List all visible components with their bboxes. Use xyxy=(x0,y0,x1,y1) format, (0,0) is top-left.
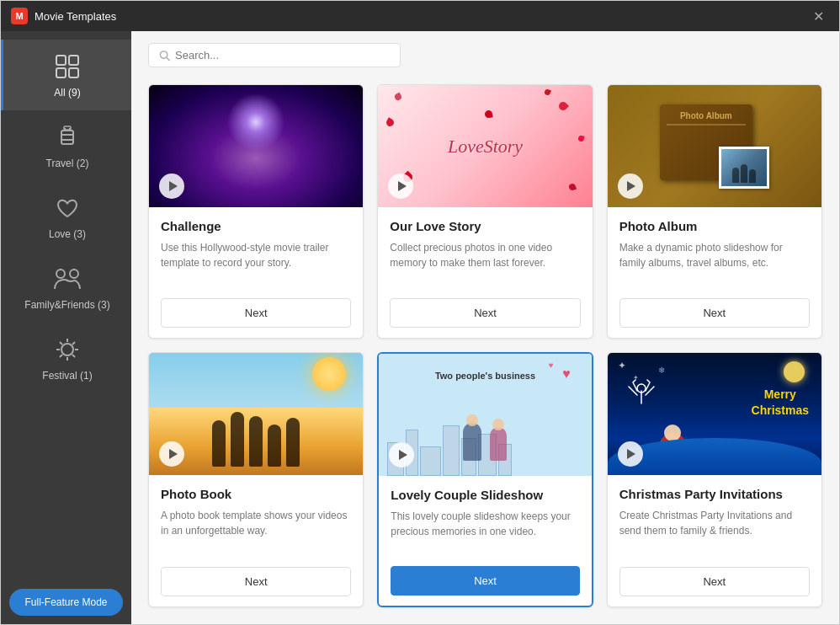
grid-icon xyxy=(52,51,82,82)
svg-rect-0 xyxy=(56,56,66,65)
card-title-challenge: Challenge xyxy=(161,219,351,233)
sidebar-love-label: Love (3) xyxy=(49,228,86,240)
template-card-coupleshow: ♥ ♥ Two people's busi xyxy=(377,352,593,608)
template-card-challenge: Challenge Use this Hollywood-style movie… xyxy=(148,84,364,339)
card-desc-christmas: Create Christmas Party Invitations and s… xyxy=(619,508,810,538)
card-body-challenge: Challenge Use this Hollywood-style movie… xyxy=(149,207,363,288)
template-card-christmas: ✦ ✦ ❄ xyxy=(607,352,822,608)
sidebar-item-all[interactable]: All (9) xyxy=(1,40,131,110)
sidebar-item-family[interactable]: Family&Friends (3) xyxy=(1,252,131,323)
family-icon xyxy=(52,264,82,294)
card-footer-photoalbum: Next xyxy=(608,288,821,338)
search-input-wrap[interactable] xyxy=(148,43,401,67)
next-button-lovestory[interactable]: Next xyxy=(390,298,580,328)
movie-templates-window: M Movie Templates ✕ All (9) xyxy=(0,0,840,625)
svg-line-20 xyxy=(72,355,75,357)
card-desc-photobook: A photo book template shows your videos … xyxy=(161,508,351,538)
window-title: Movie Templates xyxy=(35,10,808,23)
sidebar-all-label: All (9) xyxy=(54,87,80,99)
main-layout: All (9) Travel (2) xyxy=(1,31,839,624)
close-button[interactable]: ✕ xyxy=(808,7,829,26)
sidebar-travel-label: Travel (2) xyxy=(46,158,89,169)
card-title-photobook: Photo Book xyxy=(161,487,351,501)
card-footer-challenge: Next xyxy=(149,288,363,338)
card-thumb-lovestory: LoveStory xyxy=(378,85,592,207)
card-title-photoalbum: Photo Album xyxy=(619,219,810,233)
search-icon xyxy=(159,50,170,61)
sidebar-item-love[interactable]: Love (3) xyxy=(1,181,131,252)
card-body-coupleshow: Lovely Couple Slideshow This lovely coup… xyxy=(379,476,591,557)
search-bar xyxy=(131,31,839,76)
next-button-challenge[interactable]: Next xyxy=(161,298,351,328)
card-body-photoalbum: Photo Album Make a dynamic photo slidesh… xyxy=(608,207,821,288)
card-desc-coupleshow: This lovely couple slideshow keeps your … xyxy=(391,509,579,539)
content-area: Challenge Use this Hollywood-style movie… xyxy=(131,31,839,624)
card-thumb-challenge xyxy=(149,85,363,207)
card-title-lovestory: Our Love Story xyxy=(390,219,580,233)
svg-point-12 xyxy=(61,344,73,355)
template-grid: Challenge Use this Hollywood-style movie… xyxy=(131,76,839,624)
next-button-photobook[interactable]: Next xyxy=(161,567,351,596)
card-footer-coupleshow: Next xyxy=(379,556,591,606)
sidebar-item-travel[interactable]: Travel (2) xyxy=(1,110,131,181)
play-button-photobook[interactable] xyxy=(159,441,184,467)
next-button-christmas[interactable]: Next xyxy=(619,567,810,596)
play-button-coupleshow[interactable] xyxy=(389,442,414,467)
svg-point-10 xyxy=(56,270,65,278)
template-card-lovestory: LoveStory Our Love Story Collect preciou… xyxy=(377,84,593,339)
next-button-photoalbum[interactable]: Next xyxy=(619,298,810,328)
sidebar-festival-label: Festival (1) xyxy=(42,370,92,382)
card-title-christmas: Christmas Party Invitations xyxy=(619,487,810,501)
svg-line-19 xyxy=(60,355,62,357)
card-thumb-coupleshow: ♥ ♥ Two people's busi xyxy=(379,354,591,476)
card-thumb-christmas: ✦ ✦ ❄ xyxy=(608,353,821,475)
play-button-photoalbum[interactable] xyxy=(618,174,643,199)
app-icon: M xyxy=(11,8,28,24)
card-desc-challenge: Use this Hollywood-style movie trailer t… xyxy=(161,240,351,270)
template-card-photoalbum: Photo Album xyxy=(607,84,822,339)
sidebar-item-festival[interactable]: Festival (1) xyxy=(1,323,131,393)
play-button-christmas[interactable] xyxy=(618,441,643,467)
card-body-christmas: Christmas Party Invitations Create Chris… xyxy=(608,475,821,558)
card-desc-photoalbum: Make a dynamic photo slideshow for famil… xyxy=(619,240,810,270)
svg-rect-3 xyxy=(69,68,78,77)
template-card-photobook: Photo Book A photo book template shows y… xyxy=(148,352,364,608)
travel-icon xyxy=(52,122,82,152)
card-title-coupleshow: Lovely Couple Slideshow xyxy=(391,488,579,502)
festival-icon xyxy=(52,334,82,365)
sidebar: All (9) Travel (2) xyxy=(1,31,131,624)
svg-rect-1 xyxy=(69,56,78,65)
love-icon xyxy=(52,193,82,223)
card-body-photobook: Photo Book A photo book template shows y… xyxy=(149,475,363,558)
svg-rect-2 xyxy=(56,68,66,77)
card-thumb-photoalbum: Photo Album xyxy=(608,85,821,207)
card-body-lovestory: Our Love Story Collect precious photos i… xyxy=(378,207,592,288)
svg-point-11 xyxy=(70,270,78,278)
card-footer-photobook: Next xyxy=(149,557,363,606)
card-footer-christmas: Next xyxy=(608,557,821,606)
svg-rect-4 xyxy=(61,131,73,144)
sidebar-family-label: Family&Friends (3) xyxy=(24,299,109,311)
card-desc-lovestory: Collect precious photos in one video mem… xyxy=(390,240,580,270)
card-footer-lovestory: Next xyxy=(378,288,592,338)
play-button-challenge[interactable] xyxy=(159,174,184,199)
svg-line-18 xyxy=(72,342,75,345)
full-feature-button[interactable]: Full-Feature Mode xyxy=(9,589,123,616)
title-bar: M Movie Templates ✕ xyxy=(1,1,839,31)
next-button-coupleshow[interactable]: Next xyxy=(391,566,579,596)
card-thumb-photobook xyxy=(149,353,363,475)
svg-line-17 xyxy=(60,342,62,345)
svg-line-22 xyxy=(167,57,169,60)
search-input[interactable] xyxy=(175,49,390,61)
